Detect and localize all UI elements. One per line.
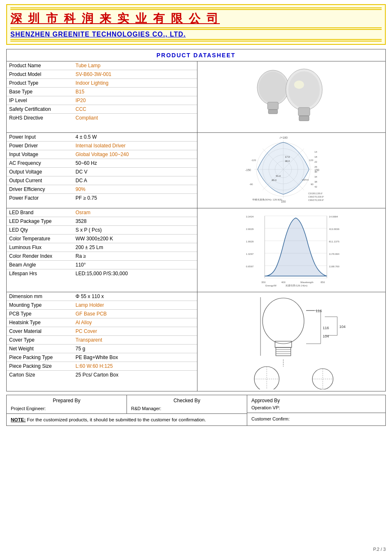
label-output-voltage: Output Voltage (7, 168, 73, 176)
power-info-table: Power Input 4 ± 0.5 W Power Driver Inter… (7, 133, 197, 202)
section-led-info: LED Brand Osram LED Package Type 3528 LE… (7, 208, 385, 292)
note-label: NOTE: (11, 417, 26, 422)
company-name-chinese: 深 圳 市 科 润 来 实 业 有 限 公 司 (10, 11, 382, 27)
project-engineer-label: Project Engineer: (11, 406, 122, 411)
label-dimension: Dimension mm (7, 292, 73, 301)
svg-text:C90/270,329.9°: C90/270,329.9° (308, 196, 324, 198)
dimension-table: Dimension mm Φ 55 x 110 x Mounting Type … (7, 292, 197, 379)
table-row: AC Frequency 50~60 Hz (7, 159, 197, 168)
company-header: 深 圳 市 科 润 来 实 业 有 限 公 司 SHENZHEN GREENIT… (6, 4, 386, 45)
value-cover-type: Transparent (73, 336, 197, 345)
power-info-data: Power Input 4 ± 0.5 W Power Driver Inter… (7, 133, 197, 208)
value-carton-size: 25 Pcs/ Carton Box (73, 371, 197, 379)
svg-rect-67 (275, 341, 292, 347)
svg-text:850: 850 (321, 281, 325, 284)
value-product-model: SV-B60-3W-001 (73, 70, 197, 79)
table-row: Product Type Indoor Lighting (7, 79, 197, 88)
table-row: Driver Efficiency 90% (7, 185, 197, 194)
led-info-table: LED Brand Osram LED Package Type 3528 LE… (7, 208, 197, 278)
table-row: LED Qty S x P ( Pcs) (7, 226, 197, 235)
table-row: Base Type B15 (7, 88, 197, 96)
value-output-current: DC A (73, 176, 197, 185)
value-heatsink: Al Alloy (73, 318, 197, 327)
svg-text:Wavelength: Wavelength (300, 281, 313, 284)
svg-text:26: 26 (314, 166, 317, 168)
footer-approved-by: Approved By Operation VP: (247, 395, 385, 413)
table-row: Power Driver Internal Isolated Driver (7, 142, 197, 150)
label-led-package: LED Package Type (7, 217, 73, 226)
value-output-voltage: DC V (73, 168, 197, 176)
svg-text:-/+180: -/+180 (279, 136, 287, 139)
label-led-brand: LED Brand (7, 208, 73, 217)
label-mounting: Mounting Type (7, 301, 73, 310)
footer-customer-confirm: Customer Confirm: (247, 413, 385, 425)
label-power-driver: Power Driver (7, 142, 73, 150)
value-power-driver: Internal Isolated Driver (73, 142, 197, 150)
checked-by-label: Checked By (131, 398, 243, 403)
label-power-factor: Power Factor (7, 194, 73, 203)
label-power-input: Power Input (7, 133, 73, 142)
table-row: Dimension mm Φ 55 x 110 x (7, 292, 197, 301)
label-cover-material: Cover Material (7, 327, 73, 336)
svg-text:116: 116 (316, 309, 322, 313)
customer-confirm-label: Customer Confirm: (251, 416, 381, 421)
svg-text:90: 90 (311, 183, 314, 186)
led-chart-col: 3.3434 2.6629 1.9929 1.3297 0.6597 14.99… (197, 208, 385, 292)
value-piece-packing-type: PE Bag+White Box (73, 353, 197, 362)
svg-point-1 (259, 72, 287, 103)
label-base-type: Base Type (7, 88, 73, 96)
value-safety-cert: CCC (73, 105, 197, 114)
table-row: Luminous Flux 200 ± 25 Lm (7, 243, 197, 252)
value-driver-eff: 90% (73, 185, 197, 194)
svg-text:811.1375: 811.1375 (329, 240, 339, 243)
svg-text:Energy/W: Energy/W (265, 284, 277, 287)
value-pcb-type: GF Base PCB (73, 310, 197, 318)
svg-rect-7 (299, 116, 309, 121)
label-ip-level: IP Level (7, 96, 73, 105)
table-row: LED Brand Osram (7, 208, 197, 217)
label-input-voltage: Input Voltage (7, 150, 73, 159)
table-row: Color Temperature WW 3000±200 K (7, 235, 197, 243)
svg-text:半峰光束角(50%): 129.9(S): 半峰光束角(50%): 129.9(S) (252, 198, 282, 201)
svg-text:120: 120 (309, 159, 314, 161)
value-base-type: B15 (73, 88, 197, 96)
svg-text:14: 14 (314, 151, 317, 153)
svg-text:14.9994: 14.9994 (329, 215, 338, 218)
product-info-table: Product Name Tube Lamp Product Model SV-… (7, 61, 197, 122)
svg-text:350: 350 (261, 281, 266, 284)
table-row: Safety Certification CCC (7, 105, 197, 114)
value-power-input: 4 ± 0.5 W (73, 133, 197, 142)
table-row: Piece Packing Type PE Bag+White Box (7, 353, 197, 362)
approved-by-label: Approved By (251, 398, 381, 403)
led-info-data: LED Brand Osram LED Package Type 3528 LE… (7, 208, 197, 292)
value-led-qty: S x P ( Pcs) (73, 226, 197, 235)
bulb-illustration (250, 65, 333, 129)
table-row: IP Level IP20 (7, 96, 197, 105)
label-cover-type: Cover Type (7, 336, 73, 345)
svg-point-5 (288, 71, 320, 108)
table-row: Heatsink Type Al Alloy (7, 318, 197, 327)
svg-text:60.0: 60.0 (272, 179, 277, 181)
table-row: RoHS Directive Compliant (7, 114, 197, 122)
main-content: PRODUCT DATASHEET Product Name Tube Lamp… (6, 49, 386, 391)
svg-text:413.0036: 413.0036 (329, 228, 339, 230)
label-carton-size: Carton Size (7, 371, 73, 379)
table-row: Output Current DC A (7, 176, 197, 185)
table-row: Beam Angle 110° (7, 261, 197, 269)
svg-text:51.0: 51.0 (276, 175, 281, 177)
led-chart: 3.3434 2.6629 1.9929 1.3297 0.6597 14.99… (244, 212, 339, 289)
polar-chart-col: -/+180 150 -150 150 -120 120 -90 90 17.0… (197, 133, 385, 208)
label-ac-freq: AC Frequency (7, 159, 73, 168)
footer-checked-by: Checked By R&D Manager: (127, 395, 247, 413)
value-power-factor: PF ≥ 0.75 (73, 194, 197, 203)
svg-text:116: 116 (323, 326, 329, 330)
svg-text:光谱功率/129.14(m): 光谱功率/129.14(m) (285, 284, 307, 287)
svg-rect-6 (298, 108, 310, 116)
svg-text:1179.9948: 1179.9948 (329, 253, 339, 255)
value-input-voltage: Global Voltage 100~240 (73, 150, 197, 159)
value-mounting: Lamp Holder (73, 301, 197, 310)
dimension-diagram-col: 116 104 ⌀60 (197, 292, 385, 391)
table-row: Net Weight 75 g (7, 345, 197, 353)
svg-text:38: 38 (314, 181, 317, 183)
svg-rect-3 (268, 110, 278, 114)
